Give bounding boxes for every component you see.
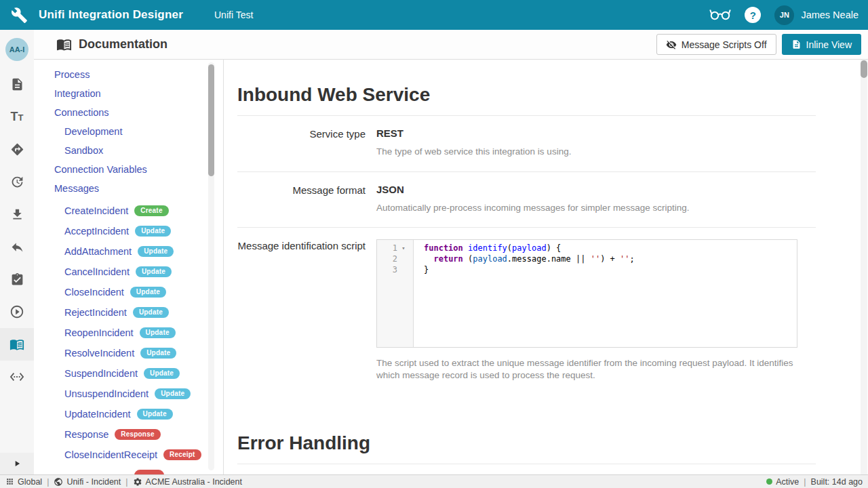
tasks-clipboard-icon[interactable] [0, 263, 34, 296]
sidebar-item[interactable]: Process [34, 65, 223, 84]
download-icon[interactable] [0, 198, 34, 230]
code-editor[interactable]: 1▾23 function identify(payload) { return… [376, 239, 797, 348]
message-type-badge: Update [144, 368, 180, 379]
sidebar-item-label: AddAttachment [64, 246, 132, 257]
reply-icon[interactable] [0, 230, 34, 263]
message-type-badge: Update [140, 327, 176, 338]
gutter-line: 1▾ [377, 243, 413, 253]
sidebar-item[interactable]: UpdateIncidentUpdate [34, 404, 223, 424]
sidebar-item[interactable]: AcceptIncidentUpdate [34, 221, 223, 241]
directions-icon[interactable] [0, 133, 34, 165]
status-company[interactable]: ACME Australia - Incident [133, 477, 242, 487]
globe-icon [54, 477, 63, 487]
expand-rail-button[interactable] [0, 453, 34, 474]
code-line[interactable]: function identify(payload) { [414, 243, 797, 253]
sidebar-item[interactable]: CancelIncidentUpdate [34, 262, 223, 282]
message-type-badge: Update [155, 388, 191, 399]
sidebar-item[interactable]: ResolveIncidentUpdate [34, 343, 223, 363]
sidebar-item[interactable]: RejectIncidentUpdate [34, 302, 223, 323]
sidebar-item[interactable]: Sandbox [34, 141, 223, 160]
sidebar-item-label: RejectIncident [64, 307, 127, 318]
sidebar-item[interactable]: CloseIncidentUpdate [34, 282, 223, 302]
sidebar-item[interactable]: Messages [34, 179, 223, 198]
user-menu[interactable]: JN James Neale [774, 5, 859, 25]
user-avatar[interactable]: JN [774, 5, 794, 25]
field-value: JSON [376, 184, 816, 195]
status-scope-label: Global [18, 477, 42, 487]
sidebar-item[interactable]: AddAttachmentUpdate [34, 241, 223, 262]
documentation-main: Inbound Web Service Service type REST Th… [224, 60, 868, 474]
section-title-error-handling: Error Handling [237, 432, 816, 464]
history-icon[interactable] [0, 165, 34, 198]
documentation-book-icon[interactable] [0, 328, 34, 361]
sidebar-item[interactable]: Connections [34, 103, 223, 122]
code-fold-icon[interactable]: ▾ [397, 245, 410, 251]
code-line[interactable]: return (payload.message.name || '') + ''… [414, 253, 797, 264]
separator: | [804, 477, 806, 487]
sidebar-item-label: SuspendIncident [64, 368, 138, 379]
inline-view-button[interactable]: Inline View [782, 34, 861, 55]
help-icon[interactable]: ? [745, 7, 761, 23]
icon-rail: AA-I TT [0, 30, 34, 474]
field-label: Message format [237, 184, 376, 214]
built-label: Built: 14d ago [811, 477, 863, 487]
message-type-badge: Update [138, 246, 174, 257]
text-format-icon[interactable]: TT [0, 100, 34, 133]
sidebar-item-label: Integration [54, 88, 101, 99]
status-bar: Global | Unifi - Incident | ACME Austral… [0, 474, 868, 488]
play-circle-icon[interactable] [0, 296, 34, 328]
sidebar-item[interactable]: SuspendIncidentUpdate [34, 363, 223, 384]
sidebar-item[interactable]: Connection Variables [34, 160, 223, 179]
workspace-avatar[interactable]: AA-I [5, 38, 28, 61]
code-line[interactable]: } [414, 264, 797, 275]
code-area[interactable]: function identify(payload) { return (pay… [414, 240, 797, 347]
user-name: James Neale [801, 9, 859, 20]
message-scripts-toggle-button[interactable]: Message Scripts Off [656, 34, 776, 55]
sidebar-item-label: CloseIncident [64, 287, 124, 298]
sidebar-item-label: CreateIncident [64, 205, 128, 216]
sidebar-scrollbar-thumb[interactable] [208, 64, 214, 176]
active-status-label: Active [776, 477, 799, 487]
message-type-badge: Receipt [163, 449, 201, 460]
message-type-badge: Update [130, 287, 166, 298]
code-icon[interactable] [0, 361, 34, 393]
sidebar-item[interactable]: CloseIncidentReceiptReceipt [34, 445, 223, 465]
sidebar-item[interactable]: CreateIncidentCreate [34, 201, 223, 221]
gear-icon [133, 477, 142, 487]
field-label: Message identification script [237, 239, 376, 381]
sidebar-item[interactable]: ResponseResponse [34, 424, 223, 445]
sidebar-item-label: ReopenIncident [64, 327, 134, 338]
file-icon [791, 39, 802, 49]
status-process[interactable]: Unifi - Incident [54, 477, 121, 487]
field-description: The script used to extract the unique me… [376, 357, 816, 381]
field-message-identification-script: Message identification script 1▾23 funct… [237, 227, 816, 394]
glasses-icon[interactable] [709, 6, 731, 24]
field-description: Automatically pre-process incoming messa… [376, 202, 816, 214]
message-type-badge: Update [136, 266, 172, 277]
message-type-badge: Update [140, 348, 176, 359]
sidebar-item-label: Sandbox [64, 145, 103, 156]
sidebar-item[interactable]: UnsuspendIncidentUpdate [34, 384, 223, 404]
message-type-badge [134, 470, 164, 475]
section-title-inbound-web-service: Inbound Web Service [237, 84, 816, 116]
sidebar-nav: ProcessIntegrationConnectionsDevelopment… [34, 65, 223, 474]
sidebar-item[interactable]: ReopenIncidentUpdate [34, 323, 223, 343]
app-title: Unifi Integration Designer [39, 8, 183, 22]
document-icon[interactable] [0, 68, 34, 100]
page-header: Documentation Message Scripts Off Inline… [34, 30, 868, 60]
message-type-badge: Update [135, 226, 171, 237]
sidebar-scrollbar[interactable] [208, 62, 214, 470]
field-value: REST [376, 127, 816, 139]
sidebar-item[interactable]: Development [34, 122, 223, 141]
main-scrollbar-thumb[interactable] [861, 60, 867, 78]
separator: | [125, 477, 127, 487]
active-status-dot [766, 479, 772, 485]
sidebar-item-label: Connections [54, 107, 109, 118]
workspace-name[interactable]: Unifi Test [214, 9, 253, 20]
main-scrollbar[interactable] [861, 60, 867, 474]
sidebar-item[interactable]: Integration [34, 84, 223, 103]
field-description: The type of web service this integration… [376, 146, 816, 158]
message-type-badge: Update [137, 409, 173, 420]
app-logo-wrench-icon[interactable] [11, 7, 28, 24]
status-scope[interactable]: Global [5, 477, 42, 487]
